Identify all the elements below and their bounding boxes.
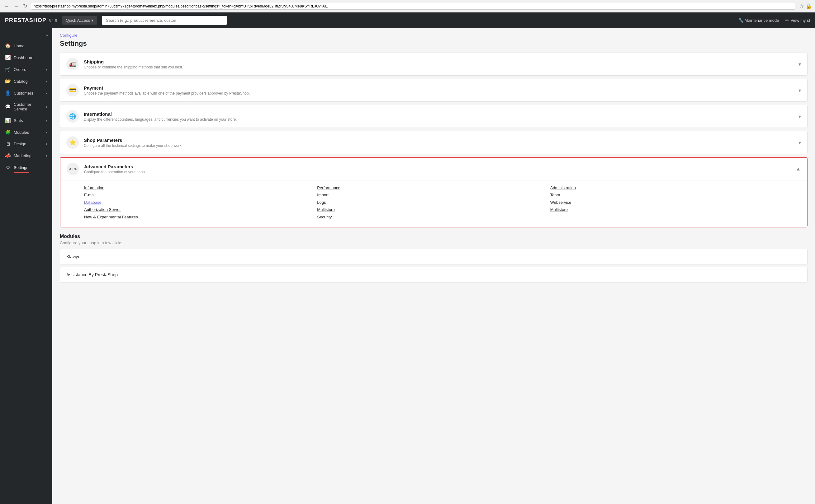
international-chevron-icon: ▾: [799, 114, 801, 119]
url-bar[interactable]: [31, 3, 795, 10]
customer-service-icon: 💬: [5, 104, 11, 110]
advanced-parameters-header[interactable]: <⋅> Advanced Parameters Configure the op…: [60, 158, 807, 180]
sidebar-item-home[interactable]: 🏠 Home: [0, 40, 52, 52]
breadcrumb[interactable]: Configure: [60, 33, 808, 38]
marketing-arrow-icon: ▾: [46, 154, 47, 157]
sidebar-item-dashboard[interactable]: 📈 Dashboard: [0, 52, 52, 63]
payment-card-header[interactable]: 💳 Payment Choose the payment methods ava…: [60, 79, 807, 101]
maintenance-mode-link[interactable]: 🔧 Maintenance mode: [738, 18, 779, 23]
catalog-icon: 📂: [5, 78, 11, 84]
customers-icon: 👤: [5, 90, 11, 96]
shipping-chevron-icon: ▾: [799, 61, 801, 67]
klaviyo-label: Klaviyo: [66, 254, 80, 259]
advanced-parameters-title: Advanced Parameters: [84, 164, 796, 169]
sidebar-collapse-button[interactable]: «: [0, 30, 52, 40]
multistore-link[interactable]: Multistore: [317, 206, 550, 213]
sidebar-label-design: Design: [14, 142, 43, 146]
extension-icon[interactable]: 🔒: [806, 3, 812, 9]
advanced-links-col3: Administration Team Webservice Multistor…: [550, 184, 783, 221]
chevron-down-icon: ▾: [91, 18, 93, 23]
forward-icon[interactable]: →: [12, 3, 20, 10]
modules-arrow-icon: ▾: [46, 131, 47, 134]
browser-nav[interactable]: ← → ↻: [3, 2, 28, 10]
design-icon: 🖥: [5, 141, 11, 147]
payment-card: 💳 Payment Choose the payment methods ava…: [60, 79, 808, 102]
performance-link[interactable]: Performance: [317, 184, 550, 191]
payment-chevron-icon: ▾: [799, 87, 801, 93]
database-link[interactable]: Database: [84, 199, 317, 206]
page-title: Settings: [60, 40, 808, 48]
sidebar-item-catalog[interactable]: 📂 Catalog ▾: [0, 75, 52, 87]
shop-parameters-chevron-icon: ▾: [799, 140, 801, 146]
shipping-desc: Choose or combine the shipping methods t…: [84, 65, 799, 69]
customers-arrow-icon: ▾: [46, 91, 47, 95]
security-link[interactable]: Security: [317, 213, 550, 221]
international-desc: Display the different countries, languag…: [84, 117, 799, 122]
logs-link[interactable]: Logs: [317, 199, 550, 206]
sidebar-item-design[interactable]: 🖥 Design ▾: [0, 138, 52, 150]
main-content: Configure Settings 🚛 Shipping Choose or …: [52, 28, 815, 504]
import-link[interactable]: Import: [317, 191, 550, 198]
sidebar-item-stats[interactable]: 📊 Stats ▾: [0, 114, 52, 126]
sidebar-item-modules[interactable]: 🧩 Modules ▾: [0, 126, 52, 138]
advanced-parameters-body: Information E-mail Database Authorizatio…: [60, 180, 807, 227]
multistore2-link[interactable]: Multistore: [550, 206, 783, 213]
shop-parameters-card: ⭐ Shop Parameters Configure all the tech…: [60, 131, 808, 154]
sidebar-label-customer-service: Customer Service: [14, 102, 43, 111]
modules-section-desc: Configure your shop in a few clicks: [60, 240, 808, 245]
assistance-label: Assistance By PrestaShop: [66, 272, 118, 277]
payment-title: Payment: [84, 85, 799, 91]
sidebar-label-home: Home: [14, 44, 47, 48]
sidebar-label-modules: Modules: [14, 130, 43, 135]
team-link[interactable]: Team: [550, 191, 783, 198]
shipping-card-text: Shipping Choose or combine the shipping …: [84, 59, 799, 69]
webservice-link[interactable]: Webservice: [550, 199, 783, 206]
bookmark-icon[interactable]: ☆: [799, 3, 804, 9]
catalog-arrow-icon: ▾: [46, 80, 47, 83]
klaviyo-card[interactable]: Klaviyo: [60, 249, 808, 264]
sidebar-label-settings: Settings: [14, 165, 47, 170]
international-card-header[interactable]: 🌐 International Display the different co…: [60, 105, 807, 128]
back-icon[interactable]: ←: [3, 3, 11, 10]
payment-card-text: Payment Choose the payment methods avail…: [84, 85, 799, 96]
sidebar-item-orders[interactable]: 🛒 Orders ▾: [0, 63, 52, 75]
quick-access-button[interactable]: Quick Access ▾: [62, 16, 97, 25]
brand-logo: PRESTASHOP 8.1.5: [5, 17, 57, 24]
sidebar-item-marketing[interactable]: 📣 Marketing ▾: [0, 150, 52, 161]
shipping-card: 🚛 Shipping Choose or combine the shippin…: [60, 53, 808, 76]
home-icon: 🏠: [5, 43, 11, 49]
advanced-parameters-chevron-icon: ▲: [796, 166, 801, 172]
advanced-parameters-text: Advanced Parameters Configure the operat…: [84, 164, 796, 174]
information-link[interactable]: Information: [84, 184, 317, 191]
design-arrow-icon: ▾: [46, 142, 47, 146]
shipping-card-header[interactable]: 🚛 Shipping Choose or combine the shippin…: [60, 53, 807, 75]
authorization-server-link[interactable]: Authorization Server: [84, 206, 317, 213]
shipping-icon: 🚛: [66, 58, 79, 70]
refresh-icon[interactable]: ↻: [22, 2, 28, 10]
sidebar-item-customers[interactable]: 👤 Customers ▾: [0, 87, 52, 99]
shop-parameters-text: Shop Parameters Configure all the techni…: [84, 138, 799, 148]
payment-icon: 💳: [66, 84, 79, 96]
administration-link[interactable]: Administration: [550, 184, 783, 191]
search-input[interactable]: [102, 16, 227, 25]
assistance-card[interactable]: Assistance By PrestaShop: [60, 267, 808, 282]
new-experimental-link[interactable]: New & Experimental Features: [84, 213, 317, 221]
sidebar-item-customer-service[interactable]: 💬 Customer Service ▾: [0, 99, 52, 114]
advanced-parameters-links: Information E-mail Database Authorizatio…: [84, 184, 783, 221]
shop-parameters-header[interactable]: ⭐ Shop Parameters Configure all the tech…: [60, 131, 807, 154]
email-link[interactable]: E-mail: [84, 191, 317, 198]
sidebar-item-settings[interactable]: ⚙ Settings: [0, 161, 52, 173]
main-layout: « 🏠 Home 📈 Dashboard 🛒 Orders ▾ 📂 Catalo…: [0, 28, 815, 504]
view-store-link[interactable]: 👁 View my st: [785, 18, 810, 23]
modules-icon: 🧩: [5, 129, 11, 135]
wrench-icon: 🔧: [738, 18, 743, 23]
orders-icon: 🛒: [5, 67, 11, 72]
advanced-links-col2: Performance Import Logs Multistore Secur…: [317, 184, 550, 221]
orders-arrow-icon: ▾: [46, 68, 47, 71]
international-title: International: [84, 111, 799, 117]
international-icon: 🌐: [66, 110, 79, 123]
stats-icon: 📊: [5, 118, 11, 123]
sidebar: « 🏠 Home 📈 Dashboard 🛒 Orders ▾ 📂 Catalo…: [0, 28, 52, 504]
advanced-links-col1: Information E-mail Database Authorizatio…: [84, 184, 317, 221]
app-header: PRESTASHOP 8.1.5 Quick Access ▾ 🔧 Mainte…: [0, 12, 815, 28]
